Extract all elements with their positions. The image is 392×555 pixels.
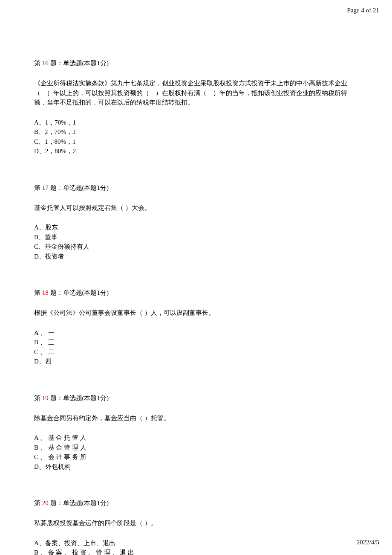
q-suffix: 题：单选题(本题1分) — [49, 289, 109, 296]
option-c: C 、 会 计 事 务 所 — [34, 452, 358, 462]
options: A 、 一 B 、 三 C 、 二 D、四 — [34, 328, 358, 366]
option-a: A、股东 — [34, 223, 358, 232]
content-area: 第 16 题：单选题(本题1分) 《企业所得税法实施条款》第九十七条规定，创业投… — [0, 15, 392, 555]
question-header: 第 20 题：单选题(本题1分) — [34, 498, 358, 508]
page-header: Page 4 of 21 — [0, 0, 392, 15]
options: A、股东 B、董事 C、基金份额持有人 D、投资者 — [34, 223, 358, 261]
q-suffix: 题：单选题(本题1分) — [49, 60, 109, 67]
q-suffix: 题：单选题(本题1分) — [49, 184, 109, 191]
q-number: 17 — [42, 184, 49, 191]
question-16: 第 16 题：单选题(本题1分) 《企业所得税法实施条款》第九十七条规定，创业投… — [34, 58, 358, 156]
option-a: A、备案、投资、上市、退出 — [34, 538, 358, 548]
question-19: 第 19 题：单选题(本题1分) 除基金合同另有约定外，基金应当由（ ）托管。 … — [34, 393, 358, 472]
option-c: C 、 二 — [34, 347, 358, 357]
q-prefix: 第 — [34, 60, 42, 67]
q-prefix: 第 — [34, 395, 42, 401]
question-text: 根据《公司法》公司董事会设董事长（ ）人，可以设副董事长。 — [34, 308, 358, 318]
q-suffix: 题：单选题(本题1分) — [49, 395, 109, 401]
option-c: C、基金份额持有人 — [34, 242, 358, 252]
q-number: 20 — [42, 500, 49, 506]
question-20: 第 20 题：单选题(本题1分) 私募股权投资基金运作的四个阶段是（ ）。 A、… — [34, 498, 358, 555]
option-a: A 、 一 — [34, 328, 358, 338]
question-text: 《企业所得税法实施条款》第九十七条规定，创业投资企业采取股权投资方式投资于未上市… — [34, 78, 358, 108]
question-header: 第 17 题：单选题(本题1分) — [34, 183, 358, 193]
option-a: A、1，70%，1 — [34, 118, 358, 128]
question-text: 基金托管人可以按照规定召集（ ）大会。 — [34, 203, 358, 213]
q-suffix: 题：单选题(本题1分) — [49, 500, 109, 506]
options: A 、 基 金 托 管 人 B 、 基 金 管 理 人 C 、 会 计 事 务 … — [34, 433, 358, 471]
option-d: D、外包机构 — [34, 462, 358, 472]
option-b: B、董事 — [34, 232, 358, 242]
question-17: 第 17 题：单选题(本题1分) 基金托管人可以按照规定召集（ ）大会。 A、股… — [34, 183, 358, 262]
option-b: B 、 基 金 管 理 人 — [34, 443, 358, 453]
q-number: 16 — [42, 60, 49, 67]
options: A、1，70%，1 B、2，70%，2 C、1，80%，1 D、2，80%，2 — [34, 118, 358, 156]
option-b: B 、 备 案 、 投 资 、 管 理 、 退 出 — [34, 548, 358, 555]
q-prefix: 第 — [34, 184, 42, 191]
q-prefix: 第 — [34, 500, 42, 506]
option-c: C、1，80%，1 — [34, 137, 358, 147]
page-info: Page 4 of 21 — [347, 7, 379, 14]
option-b: B 、 三 — [34, 337, 358, 347]
question-18: 第 18 题：单选题(本题1分) 根据《公司法》公司董事会设董事长（ ）人，可以… — [34, 288, 358, 366]
option-d: D、2，80%，2 — [34, 146, 358, 156]
footer-date: 2022/4/5 — [357, 539, 379, 546]
option-d: D、投资者 — [34, 252, 358, 262]
option-b: B、2，70%，2 — [34, 127, 358, 137]
page-footer: 2022/4/5 — [357, 537, 379, 547]
options: A、备案、投资、上市、退出 B 、 备 案 、 投 资 、 管 理 、 退 出 … — [34, 538, 358, 555]
question-text: 除基金合同另有约定外，基金应当由（ ）托管。 — [34, 413, 358, 423]
question-text: 私募股权投资基金运作的四个阶段是（ ）。 — [34, 518, 358, 528]
option-d: D、四 — [34, 357, 358, 366]
q-prefix: 第 — [34, 289, 42, 296]
question-header: 第 18 题：单选题(本题1分) — [34, 288, 358, 298]
option-a: A 、 基 金 托 管 人 — [34, 433, 358, 443]
question-header: 第 16 题：单选题(本题1分) — [34, 58, 358, 68]
q-number: 18 — [42, 289, 49, 296]
question-header: 第 19 题：单选题(本题1分) — [34, 393, 358, 403]
q-number: 19 — [42, 395, 49, 401]
